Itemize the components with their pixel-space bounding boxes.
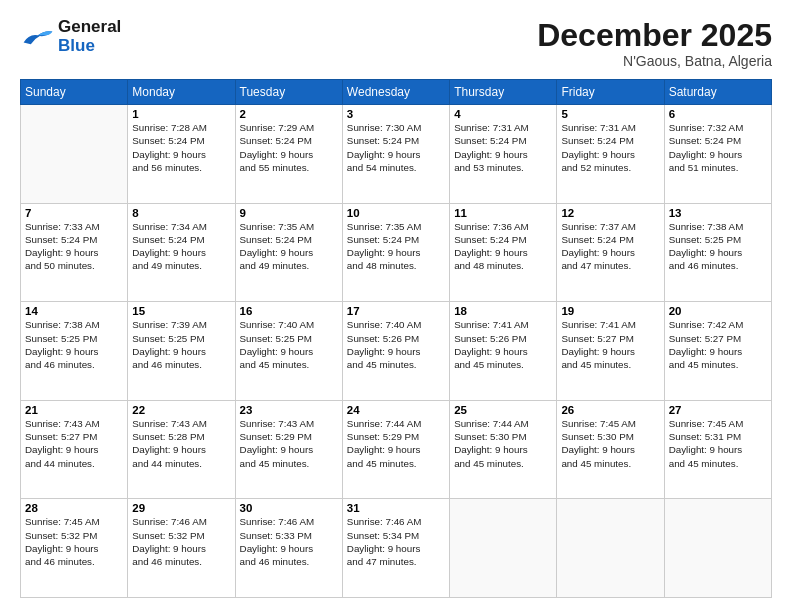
calendar-week-row: 21Sunrise: 7:43 AMSunset: 5:27 PMDayligh… xyxy=(21,400,772,499)
logo-bird-icon xyxy=(20,26,56,48)
day-number: 22 xyxy=(132,404,230,416)
page: General Blue December 2025 N'Gaous, Batn… xyxy=(0,0,792,612)
calendar-cell: 24Sunrise: 7:44 AMSunset: 5:29 PMDayligh… xyxy=(342,400,449,499)
calendar-cell: 12Sunrise: 7:37 AMSunset: 5:24 PMDayligh… xyxy=(557,203,664,302)
logo: General Blue xyxy=(20,18,121,55)
day-content: Sunrise: 7:43 AMSunset: 5:28 PMDaylight:… xyxy=(132,417,230,470)
day-content: Sunrise: 7:46 AMSunset: 5:32 PMDaylight:… xyxy=(132,515,230,568)
day-content: Sunrise: 7:32 AMSunset: 5:24 PMDaylight:… xyxy=(669,121,767,174)
calendar-cell: 27Sunrise: 7:45 AMSunset: 5:31 PMDayligh… xyxy=(664,400,771,499)
calendar-cell xyxy=(557,499,664,598)
calendar-day-header: Sunday xyxy=(21,80,128,105)
day-content: Sunrise: 7:29 AMSunset: 5:24 PMDaylight:… xyxy=(240,121,338,174)
day-content: Sunrise: 7:44 AMSunset: 5:29 PMDaylight:… xyxy=(347,417,445,470)
day-number: 13 xyxy=(669,207,767,219)
day-number: 25 xyxy=(454,404,552,416)
calendar-cell: 29Sunrise: 7:46 AMSunset: 5:32 PMDayligh… xyxy=(128,499,235,598)
day-number: 12 xyxy=(561,207,659,219)
day-number: 14 xyxy=(25,305,123,317)
day-number: 11 xyxy=(454,207,552,219)
day-number: 5 xyxy=(561,108,659,120)
calendar-cell: 15Sunrise: 7:39 AMSunset: 5:25 PMDayligh… xyxy=(128,302,235,401)
calendar-week-row: 1Sunrise: 7:28 AMSunset: 5:24 PMDaylight… xyxy=(21,105,772,204)
day-content: Sunrise: 7:43 AMSunset: 5:27 PMDaylight:… xyxy=(25,417,123,470)
day-number: 8 xyxy=(132,207,230,219)
calendar-cell: 21Sunrise: 7:43 AMSunset: 5:27 PMDayligh… xyxy=(21,400,128,499)
day-content: Sunrise: 7:45 AMSunset: 5:30 PMDaylight:… xyxy=(561,417,659,470)
day-number: 23 xyxy=(240,404,338,416)
day-content: Sunrise: 7:39 AMSunset: 5:25 PMDaylight:… xyxy=(132,318,230,371)
day-content: Sunrise: 7:35 AMSunset: 5:24 PMDaylight:… xyxy=(240,220,338,273)
day-content: Sunrise: 7:31 AMSunset: 5:24 PMDaylight:… xyxy=(561,121,659,174)
day-number: 19 xyxy=(561,305,659,317)
calendar-table: SundayMondayTuesdayWednesdayThursdayFrid… xyxy=(20,79,772,598)
day-content: Sunrise: 7:31 AMSunset: 5:24 PMDaylight:… xyxy=(454,121,552,174)
calendar-cell: 19Sunrise: 7:41 AMSunset: 5:27 PMDayligh… xyxy=(557,302,664,401)
day-content: Sunrise: 7:30 AMSunset: 5:24 PMDaylight:… xyxy=(347,121,445,174)
logo-text: General Blue xyxy=(58,18,121,55)
day-content: Sunrise: 7:41 AMSunset: 5:27 PMDaylight:… xyxy=(561,318,659,371)
calendar-cell xyxy=(450,499,557,598)
day-content: Sunrise: 7:40 AMSunset: 5:26 PMDaylight:… xyxy=(347,318,445,371)
day-content: Sunrise: 7:41 AMSunset: 5:26 PMDaylight:… xyxy=(454,318,552,371)
day-number: 10 xyxy=(347,207,445,219)
calendar-cell: 25Sunrise: 7:44 AMSunset: 5:30 PMDayligh… xyxy=(450,400,557,499)
calendar-cell: 16Sunrise: 7:40 AMSunset: 5:25 PMDayligh… xyxy=(235,302,342,401)
day-content: Sunrise: 7:38 AMSunset: 5:25 PMDaylight:… xyxy=(669,220,767,273)
day-number: 2 xyxy=(240,108,338,120)
day-content: Sunrise: 7:44 AMSunset: 5:30 PMDaylight:… xyxy=(454,417,552,470)
day-content: Sunrise: 7:46 AMSunset: 5:33 PMDaylight:… xyxy=(240,515,338,568)
day-number: 30 xyxy=(240,502,338,514)
day-number: 27 xyxy=(669,404,767,416)
day-content: Sunrise: 7:35 AMSunset: 5:24 PMDaylight:… xyxy=(347,220,445,273)
day-number: 18 xyxy=(454,305,552,317)
title-block: December 2025 N'Gaous, Batna, Algeria xyxy=(537,18,772,69)
day-number: 17 xyxy=(347,305,445,317)
calendar-cell: 8Sunrise: 7:34 AMSunset: 5:24 PMDaylight… xyxy=(128,203,235,302)
day-number: 3 xyxy=(347,108,445,120)
day-number: 6 xyxy=(669,108,767,120)
day-number: 4 xyxy=(454,108,552,120)
calendar-cell: 7Sunrise: 7:33 AMSunset: 5:24 PMDaylight… xyxy=(21,203,128,302)
day-content: Sunrise: 7:46 AMSunset: 5:34 PMDaylight:… xyxy=(347,515,445,568)
day-number: 20 xyxy=(669,305,767,317)
day-number: 7 xyxy=(25,207,123,219)
day-number: 28 xyxy=(25,502,123,514)
calendar-day-header: Tuesday xyxy=(235,80,342,105)
day-number: 1 xyxy=(132,108,230,120)
day-number: 15 xyxy=(132,305,230,317)
day-content: Sunrise: 7:38 AMSunset: 5:25 PMDaylight:… xyxy=(25,318,123,371)
day-content: Sunrise: 7:33 AMSunset: 5:24 PMDaylight:… xyxy=(25,220,123,273)
day-content: Sunrise: 7:40 AMSunset: 5:25 PMDaylight:… xyxy=(240,318,338,371)
calendar-cell: 10Sunrise: 7:35 AMSunset: 5:24 PMDayligh… xyxy=(342,203,449,302)
calendar-cell: 2Sunrise: 7:29 AMSunset: 5:24 PMDaylight… xyxy=(235,105,342,204)
day-number: 31 xyxy=(347,502,445,514)
calendar-cell: 14Sunrise: 7:38 AMSunset: 5:25 PMDayligh… xyxy=(21,302,128,401)
calendar-cell: 17Sunrise: 7:40 AMSunset: 5:26 PMDayligh… xyxy=(342,302,449,401)
calendar-cell: 22Sunrise: 7:43 AMSunset: 5:28 PMDayligh… xyxy=(128,400,235,499)
calendar-cell: 26Sunrise: 7:45 AMSunset: 5:30 PMDayligh… xyxy=(557,400,664,499)
calendar-day-header: Wednesday xyxy=(342,80,449,105)
calendar-cell: 28Sunrise: 7:45 AMSunset: 5:32 PMDayligh… xyxy=(21,499,128,598)
calendar-cell xyxy=(664,499,771,598)
calendar-subtitle: N'Gaous, Batna, Algeria xyxy=(537,53,772,69)
calendar-title: December 2025 xyxy=(537,18,772,53)
calendar-cell: 1Sunrise: 7:28 AMSunset: 5:24 PMDaylight… xyxy=(128,105,235,204)
calendar-week-row: 14Sunrise: 7:38 AMSunset: 5:25 PMDayligh… xyxy=(21,302,772,401)
calendar-day-header: Friday xyxy=(557,80,664,105)
day-content: Sunrise: 7:34 AMSunset: 5:24 PMDaylight:… xyxy=(132,220,230,273)
day-content: Sunrise: 7:36 AMSunset: 5:24 PMDaylight:… xyxy=(454,220,552,273)
header: General Blue December 2025 N'Gaous, Batn… xyxy=(20,18,772,69)
calendar-cell: 3Sunrise: 7:30 AMSunset: 5:24 PMDaylight… xyxy=(342,105,449,204)
calendar-cell: 13Sunrise: 7:38 AMSunset: 5:25 PMDayligh… xyxy=(664,203,771,302)
day-number: 9 xyxy=(240,207,338,219)
calendar-cell xyxy=(21,105,128,204)
day-number: 16 xyxy=(240,305,338,317)
calendar-week-row: 7Sunrise: 7:33 AMSunset: 5:24 PMDaylight… xyxy=(21,203,772,302)
day-content: Sunrise: 7:28 AMSunset: 5:24 PMDaylight:… xyxy=(132,121,230,174)
calendar-header-row: SundayMondayTuesdayWednesdayThursdayFrid… xyxy=(21,80,772,105)
calendar-cell: 31Sunrise: 7:46 AMSunset: 5:34 PMDayligh… xyxy=(342,499,449,598)
day-number: 29 xyxy=(132,502,230,514)
calendar-week-row: 28Sunrise: 7:45 AMSunset: 5:32 PMDayligh… xyxy=(21,499,772,598)
calendar-cell: 9Sunrise: 7:35 AMSunset: 5:24 PMDaylight… xyxy=(235,203,342,302)
